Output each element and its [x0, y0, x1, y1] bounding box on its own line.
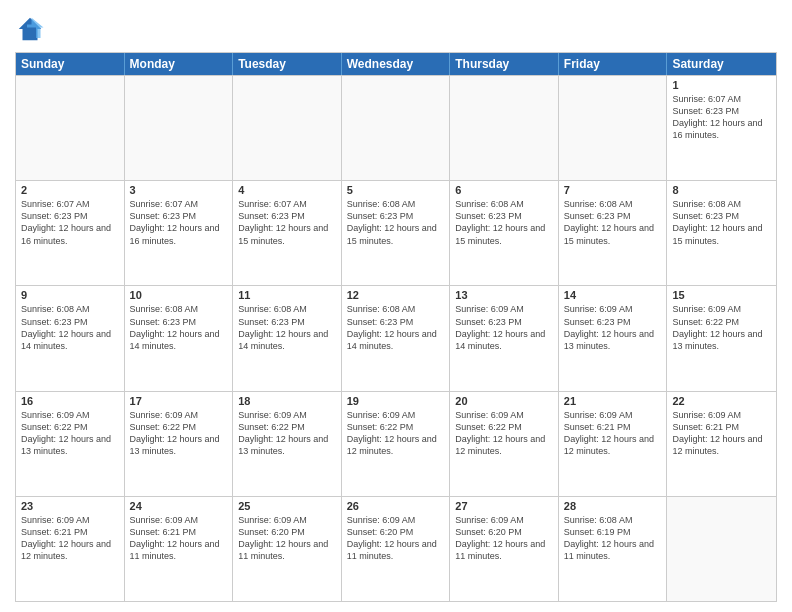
daylight-label: Daylight: 12 hours and 13 minutes. — [21, 434, 111, 456]
daylight-label: Daylight: 12 hours and 13 minutes. — [564, 329, 654, 351]
calendar-cell — [450, 76, 559, 180]
calendar-cell: 5Sunrise: 6:08 AMSunset: 6:23 PMDaylight… — [342, 181, 451, 285]
daylight-label: Daylight: 12 hours and 11 minutes. — [130, 539, 220, 561]
calendar-cell — [559, 76, 668, 180]
daylight-label: Daylight: 12 hours and 15 minutes. — [672, 223, 762, 245]
daylight-label: Daylight: 12 hours and 14 minutes. — [455, 329, 545, 351]
daylight-label: Daylight: 12 hours and 12 minutes. — [672, 434, 762, 456]
day-number: 15 — [672, 289, 771, 301]
week-row-3: 16Sunrise: 6:09 AMSunset: 6:22 PMDayligh… — [16, 391, 776, 496]
calendar-cell: 7Sunrise: 6:08 AMSunset: 6:23 PMDaylight… — [559, 181, 668, 285]
day-number: 12 — [347, 289, 445, 301]
logo-icon — [15, 14, 45, 44]
sunrise-label: Sunrise: 6:09 AM — [347, 410, 416, 420]
day-info: Sunrise: 6:09 AMSunset: 6:21 PMDaylight:… — [564, 409, 662, 458]
sunrise-label: Sunrise: 6:07 AM — [238, 199, 307, 209]
calendar-cell: 26Sunrise: 6:09 AMSunset: 6:20 PMDayligh… — [342, 497, 451, 601]
day-info: Sunrise: 6:08 AMSunset: 6:23 PMDaylight:… — [564, 198, 662, 247]
daylight-label: Daylight: 12 hours and 11 minutes. — [455, 539, 545, 561]
sunset-label: Sunset: 6:23 PM — [564, 211, 631, 221]
day-info: Sunrise: 6:08 AMSunset: 6:23 PMDaylight:… — [238, 303, 336, 352]
calendar-cell: 3Sunrise: 6:07 AMSunset: 6:23 PMDaylight… — [125, 181, 234, 285]
sunset-label: Sunset: 6:23 PM — [347, 317, 414, 327]
sunset-label: Sunset: 6:23 PM — [238, 211, 305, 221]
weeks: 1Sunrise: 6:07 AMSunset: 6:23 PMDaylight… — [16, 75, 776, 601]
day-number: 8 — [672, 184, 771, 196]
daylight-label: Daylight: 12 hours and 16 minutes. — [21, 223, 111, 245]
sunrise-label: Sunrise: 6:09 AM — [672, 304, 741, 314]
calendar-cell: 25Sunrise: 6:09 AMSunset: 6:20 PMDayligh… — [233, 497, 342, 601]
day-number: 21 — [564, 395, 662, 407]
sunrise-label: Sunrise: 6:09 AM — [130, 515, 199, 525]
day-header-sunday: Sunday — [16, 53, 125, 75]
sunset-label: Sunset: 6:20 PM — [347, 527, 414, 537]
sunset-label: Sunset: 6:22 PM — [455, 422, 522, 432]
calendar-page: SundayMondayTuesdayWednesdayThursdayFrid… — [0, 0, 792, 612]
sunrise-label: Sunrise: 6:08 AM — [238, 304, 307, 314]
sunrise-label: Sunrise: 6:09 AM — [21, 410, 90, 420]
day-number: 20 — [455, 395, 553, 407]
day-info: Sunrise: 6:08 AMSunset: 6:23 PMDaylight:… — [455, 198, 553, 247]
week-row-0: 1Sunrise: 6:07 AMSunset: 6:23 PMDaylight… — [16, 75, 776, 180]
sunrise-label: Sunrise: 6:09 AM — [455, 515, 524, 525]
sunset-label: Sunset: 6:23 PM — [347, 211, 414, 221]
sunset-label: Sunset: 6:22 PM — [238, 422, 305, 432]
day-number: 14 — [564, 289, 662, 301]
calendar-cell: 16Sunrise: 6:09 AMSunset: 6:22 PMDayligh… — [16, 392, 125, 496]
day-info: Sunrise: 6:09 AMSunset: 6:20 PMDaylight:… — [347, 514, 445, 563]
sunset-label: Sunset: 6:23 PM — [130, 317, 197, 327]
day-number: 25 — [238, 500, 336, 512]
calendar-cell: 14Sunrise: 6:09 AMSunset: 6:23 PMDayligh… — [559, 286, 668, 390]
sunrise-label: Sunrise: 6:08 AM — [564, 515, 633, 525]
sunrise-label: Sunrise: 6:07 AM — [21, 199, 90, 209]
sunset-label: Sunset: 6:23 PM — [238, 317, 305, 327]
calendar-cell — [233, 76, 342, 180]
calendar-cell: 17Sunrise: 6:09 AMSunset: 6:22 PMDayligh… — [125, 392, 234, 496]
sunrise-label: Sunrise: 6:08 AM — [347, 199, 416, 209]
daylight-label: Daylight: 12 hours and 14 minutes. — [130, 329, 220, 351]
day-header-wednesday: Wednesday — [342, 53, 451, 75]
day-info: Sunrise: 6:08 AMSunset: 6:19 PMDaylight:… — [564, 514, 662, 563]
day-info: Sunrise: 6:07 AMSunset: 6:23 PMDaylight:… — [21, 198, 119, 247]
sunset-label: Sunset: 6:20 PM — [455, 527, 522, 537]
header — [15, 10, 777, 44]
day-number: 9 — [21, 289, 119, 301]
calendar-cell: 15Sunrise: 6:09 AMSunset: 6:22 PMDayligh… — [667, 286, 776, 390]
day-number: 2 — [21, 184, 119, 196]
calendar-cell: 12Sunrise: 6:08 AMSunset: 6:23 PMDayligh… — [342, 286, 451, 390]
day-info: Sunrise: 6:09 AMSunset: 6:21 PMDaylight:… — [130, 514, 228, 563]
day-number: 17 — [130, 395, 228, 407]
day-header-friday: Friday — [559, 53, 668, 75]
calendar-cell — [16, 76, 125, 180]
daylight-label: Daylight: 12 hours and 12 minutes. — [347, 434, 437, 456]
daylight-label: Daylight: 12 hours and 16 minutes. — [672, 118, 762, 140]
day-header-monday: Monday — [125, 53, 234, 75]
daylight-label: Daylight: 12 hours and 15 minutes. — [238, 223, 328, 245]
day-info: Sunrise: 6:09 AMSunset: 6:22 PMDaylight:… — [672, 303, 771, 352]
sunset-label: Sunset: 6:22 PM — [21, 422, 88, 432]
daylight-label: Daylight: 12 hours and 13 minutes. — [238, 434, 328, 456]
daylight-label: Daylight: 12 hours and 15 minutes. — [347, 223, 437, 245]
sunrise-label: Sunrise: 6:09 AM — [564, 304, 633, 314]
sunrise-label: Sunrise: 6:08 AM — [21, 304, 90, 314]
daylight-label: Daylight: 12 hours and 11 minutes. — [347, 539, 437, 561]
calendar-cell: 28Sunrise: 6:08 AMSunset: 6:19 PMDayligh… — [559, 497, 668, 601]
day-number: 16 — [21, 395, 119, 407]
day-number: 22 — [672, 395, 771, 407]
daylight-label: Daylight: 12 hours and 13 minutes. — [672, 329, 762, 351]
sunrise-label: Sunrise: 6:09 AM — [672, 410, 741, 420]
daylight-label: Daylight: 12 hours and 16 minutes. — [130, 223, 220, 245]
sunrise-label: Sunrise: 6:08 AM — [672, 199, 741, 209]
day-info: Sunrise: 6:08 AMSunset: 6:23 PMDaylight:… — [672, 198, 771, 247]
day-info: Sunrise: 6:09 AMSunset: 6:22 PMDaylight:… — [130, 409, 228, 458]
sunset-label: Sunset: 6:23 PM — [455, 317, 522, 327]
calendar-cell: 4Sunrise: 6:07 AMSunset: 6:23 PMDaylight… — [233, 181, 342, 285]
calendar-cell: 10Sunrise: 6:08 AMSunset: 6:23 PMDayligh… — [125, 286, 234, 390]
day-number: 1 — [672, 79, 771, 91]
sunset-label: Sunset: 6:23 PM — [21, 211, 88, 221]
sunset-label: Sunset: 6:22 PM — [130, 422, 197, 432]
sunrise-label: Sunrise: 6:09 AM — [564, 410, 633, 420]
day-info: Sunrise: 6:09 AMSunset: 6:20 PMDaylight:… — [238, 514, 336, 563]
day-info: Sunrise: 6:09 AMSunset: 6:22 PMDaylight:… — [347, 409, 445, 458]
calendar-cell — [125, 76, 234, 180]
